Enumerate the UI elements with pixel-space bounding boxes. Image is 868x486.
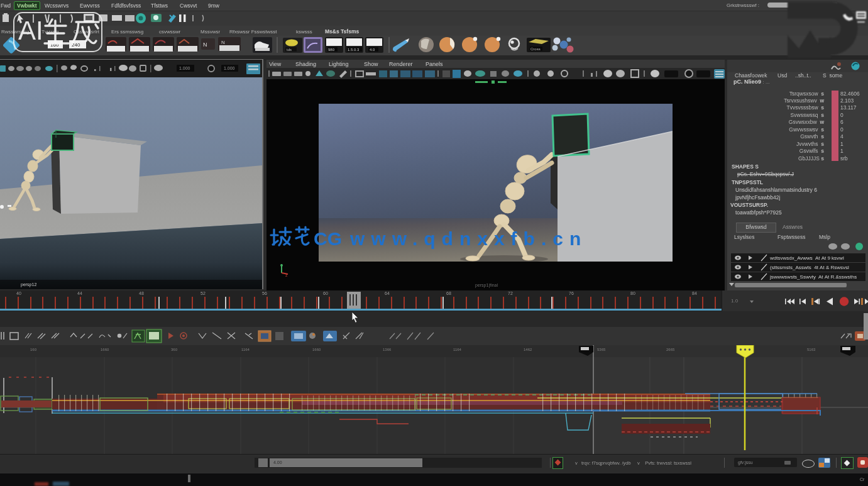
svg-text:N: N — [221, 40, 225, 45]
svg-text:160: 160 — [30, 348, 37, 351]
svg-text:1.000: 1.000 — [179, 66, 190, 70]
svg-text:1.5.0.3: 1.5.0.3 — [348, 48, 360, 52]
svg-text:360: 360 — [171, 348, 178, 351]
svg-text:1660: 1660 — [312, 348, 321, 351]
svg-text:z: z — [285, 273, 288, 277]
svg-text:4.0: 4.0 — [370, 48, 375, 52]
svg-text:persp12: persp12 — [21, 282, 36, 287]
svg-text:www.qdnxxfb.cn: www.qdnxxfb.cn — [349, 228, 587, 249]
svg-text:CG: CG — [314, 228, 342, 249]
svg-text:1462: 1462 — [524, 348, 532, 351]
svg-text:1.000: 1.000 — [224, 66, 235, 70]
svg-text:1164: 1164 — [453, 348, 462, 351]
svg-text:5365: 5365 — [597, 348, 606, 351]
svg-text:980: 980 — [328, 48, 335, 52]
svg-text:1366: 1366 — [383, 348, 392, 351]
svg-text:2665: 2665 — [666, 348, 675, 351]
svg-text:1660: 1660 — [101, 348, 109, 351]
svg-text:Cross: Cross — [530, 47, 541, 51]
svg-text:5163: 5163 — [807, 348, 816, 351]
svg-text:N: N — [203, 41, 207, 48]
svg-text:1164: 1164 — [241, 348, 250, 351]
svg-text:tds: tds — [287, 48, 292, 52]
